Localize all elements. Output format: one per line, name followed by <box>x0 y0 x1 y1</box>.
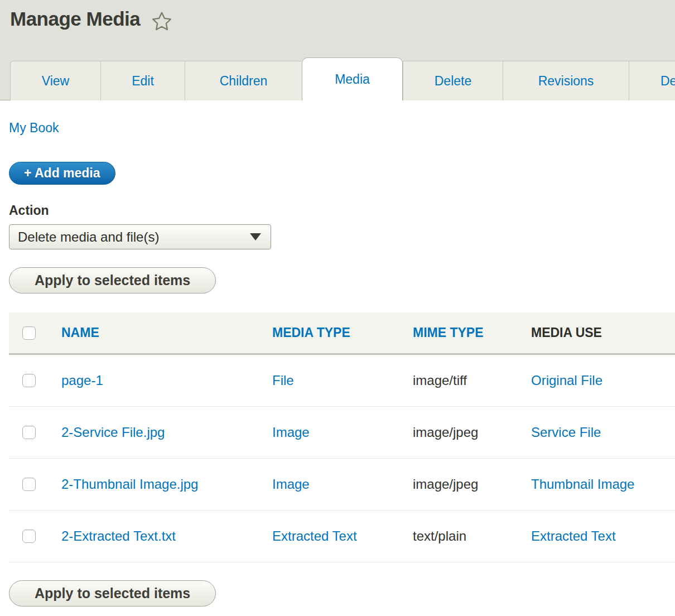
page-title: Manage Media <box>10 8 140 30</box>
column-header-media-use: MEDIA USE <box>531 325 602 340</box>
favorite-star-icon[interactable] <box>151 10 173 35</box>
table-header-row: NAME MEDIA TYPE MIME TYPE MEDIA USE <box>9 312 675 355</box>
media-use-link[interactable]: Service File <box>531 425 601 440</box>
table-row: page-1 File image/tiff Original File <box>9 355 675 407</box>
apply-to-selected-button-top[interactable]: Apply to selected items <box>9 267 216 293</box>
media-type-link[interactable]: Extracted Text <box>272 528 357 543</box>
media-type-link[interactable]: Image <box>272 425 310 440</box>
media-type-link[interactable]: File <box>272 373 294 388</box>
page-header: Manage Media <box>0 0 675 57</box>
mime-type-value: text/plain <box>413 528 466 543</box>
mime-type-value: image/tiff <box>413 373 467 388</box>
tab-devel[interactable]: De <box>629 61 675 100</box>
tab-label: Revisions <box>538 74 594 89</box>
tab-view[interactable]: View <box>10 61 100 100</box>
table-row: 2-Thumbnail Image.jpg Image image/jpeg T… <box>9 459 675 511</box>
column-header-media-type[interactable]: MEDIA TYPE <box>272 325 350 340</box>
tab-media[interactable]: Media <box>302 57 403 100</box>
mime-type-value: image/jpeg <box>413 477 478 492</box>
mime-type-value: image/jpeg <box>413 425 478 440</box>
media-use-link[interactable]: Original File <box>531 373 602 388</box>
media-name-link[interactable]: 2-Thumbnail Image.jpg <box>61 477 198 492</box>
action-select[interactable]: Delete media and file(s) <box>9 224 271 249</box>
tab-label: Edit <box>132 74 154 89</box>
media-name-link[interactable]: 2-Service File.jpg <box>61 425 165 440</box>
tab-label: Delete <box>435 74 471 89</box>
row-checkbox[interactable] <box>22 374 36 387</box>
table-row: 2-Extracted Text.txt Extracted Text text… <box>9 511 675 562</box>
media-use-link[interactable]: Extracted Text <box>531 528 616 543</box>
my-book-link[interactable]: My Book <box>9 121 59 136</box>
media-use-link[interactable]: Thumbnail Image <box>531 477 634 492</box>
media-name-link[interactable]: page-1 <box>61 373 103 388</box>
main-content: My Book + Add media Action Delete media … <box>0 100 675 607</box>
media-table: NAME MEDIA TYPE MIME TYPE MEDIA USE page… <box>9 312 675 562</box>
row-checkbox[interactable] <box>22 426 36 439</box>
dropdown-arrow-icon <box>250 233 261 240</box>
tab-label: Children <box>220 74 268 89</box>
tab-label: View <box>42 74 69 89</box>
row-checkbox[interactable] <box>22 530 36 543</box>
media-type-link[interactable]: Image <box>272 477 310 492</box>
column-header-mime-type[interactable]: MIME TYPE <box>413 325 484 340</box>
tab-delete[interactable]: Delete <box>403 61 503 100</box>
tab-revisions[interactable]: Revisions <box>503 61 629 100</box>
row-checkbox[interactable] <box>22 478 36 491</box>
action-label: Action <box>9 203 675 218</box>
apply-to-selected-button-bottom[interactable]: Apply to selected items <box>9 580 216 607</box>
tab-label: Media <box>335 72 370 87</box>
action-select-value: Delete media and file(s) <box>9 229 250 245</box>
media-name-link[interactable]: 2-Extracted Text.txt <box>61 528 176 543</box>
tab-children[interactable]: Children <box>185 61 302 100</box>
select-all-checkbox[interactable] <box>22 326 36 340</box>
tab-edit[interactable]: Edit <box>100 61 185 100</box>
table-row: 2-Service File.jpg Image image/jpeg Serv… <box>9 407 675 459</box>
add-media-button[interactable]: + Add media <box>9 162 115 185</box>
tab-label: De <box>660 74 675 89</box>
column-header-name[interactable]: NAME <box>61 325 99 340</box>
tab-bar: View Edit Children Media Delete Revision… <box>0 57 675 100</box>
